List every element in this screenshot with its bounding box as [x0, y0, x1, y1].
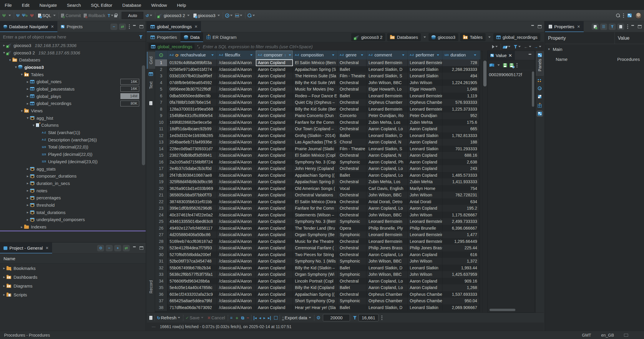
grid-cell[interactable]: Aaron Copland: [256, 178, 293, 185]
expand-button[interactable]: +: [114, 245, 121, 251]
value-content[interactable]: 0002890605172f: [488, 70, 535, 79]
property-row-name[interactable]: Name Procedures: [545, 54, 644, 64]
nav-forward-dropdown[interactable]: [539, 46, 541, 47]
grid-cell[interactable]: /classical/A/Aaron: [217, 106, 256, 113]
transaction-log-icon[interactable]: T: [108, 14, 110, 18]
grid-cell[interactable]: Aaron Copland: [256, 119, 293, 126]
grid-cell[interactable]: Aaron Copland: [408, 165, 442, 172]
project-item-diagrams[interactable]: ▸Diagrams: [0, 281, 146, 290]
cancel-button[interactable]: Cancel: [211, 315, 225, 320]
refresh-object-button[interactable]: [617, 24, 624, 30]
panels-button[interactable]: Panels: [536, 51, 544, 76]
grid-cell[interactable]: Leonard Bernstein: [366, 231, 408, 238]
grid-cell[interactable]: Orchestral: [338, 205, 366, 212]
grid-cell[interactable]: Orpheus Chamber: [408, 99, 442, 106]
grid-cell[interactable]: /classical/A/Aaron: [217, 185, 256, 192]
presentation-text-tab[interactable]: Text: [147, 78, 155, 93]
grid-cell[interactable]: John Wilson, BBC: [366, 212, 408, 218]
toolbar-overflow-icon[interactable]: [623, 13, 624, 18]
grid-cell[interactable]: Carl Davis, English: [366, 185, 408, 192]
close-icon[interactable]: ✕: [577, 24, 580, 29]
new-connection-dropdown[interactable]: [9, 15, 11, 16]
grid-cell[interactable]: 225.44: [442, 245, 479, 251]
grid-cell[interactable]: 2e4b37c5dabe2b3cf0d: [167, 165, 217, 172]
column-filter-icon[interactable]: [250, 54, 253, 56]
grid-cell[interactable]: El Salón México (Dora: [293, 198, 338, 205]
grid-cell[interactable]: Ceremonial Fanfare (: [293, 245, 338, 251]
grid-cell[interactable]: 1,993.44: [442, 265, 479, 271]
row-number[interactable]: 10: [155, 119, 167, 126]
menu-window[interactable]: Window: [151, 3, 167, 8]
grid-cell[interactable]: 576606f9d963428b6a: [167, 278, 217, 285]
grid-cell[interactable]: 701.293333: [442, 146, 479, 152]
grid-cell[interactable]: Aaron Copland, Lo: [366, 278, 408, 285]
grid-cell[interactable]: Aaron Copland: [256, 73, 293, 79]
grid-cell[interactable]: Leonard Bernstein: [366, 93, 408, 99]
grid-cell[interactable]: Leonard Bernstein: [366, 218, 408, 225]
tree-item-views[interactable]: ▾Views: [0, 107, 146, 114]
grid-cell[interactable]: /classical/A/Aaron: [217, 152, 256, 159]
grid-cell[interactable]: John Wilson: [408, 258, 442, 265]
grid-cell[interactable]: 387483035b631ef01bb: [167, 198, 217, 205]
row-number[interactable]: 34: [155, 278, 167, 285]
tab-project-general[interactable]: Project - General✕: [0, 243, 52, 253]
row-number[interactable]: 9: [155, 112, 167, 119]
column-header-genre[interactable]: A-Zgenre: [338, 51, 366, 59]
row-number[interactable]: 27: [155, 231, 167, 238]
grid-cell[interactable]: Leonard Slatkin, D: [366, 132, 408, 139]
close-icon[interactable]: ✕: [51, 24, 54, 29]
grid-cell[interactable]: Leonard Bernstein: [408, 218, 442, 225]
grid-cell[interactable]: /classical/A/Aaron: [217, 265, 256, 271]
grid-cell[interactable]: Aaron Copland: [256, 198, 293, 205]
tab-database-navigator[interactable]: Database Navigator✕: [0, 21, 57, 32]
column-filter-icon[interactable]: [289, 54, 291, 56]
fetch-all-icon[interactable]: ▸|: [268, 316, 271, 320]
edit-object-button[interactable]: [592, 24, 599, 30]
row-number[interactable]: 22: [155, 198, 167, 205]
grid-cell[interactable]: Ballet: [338, 93, 366, 99]
grid-cell[interactable]: Symphonic: [338, 271, 366, 278]
grid-cell[interactable]: Leonard Slatkin, S: [366, 146, 408, 152]
table-name-chip[interactable]: global_recordings: [149, 43, 195, 50]
grid-cell[interactable]: 3626a901bd1e033b969: [167, 185, 217, 192]
grid-cell[interactable]: 1,225.373333: [442, 106, 479, 113]
grid-cell[interactable]: Marilyn Horne: [408, 185, 442, 192]
tab-value[interactable]: Value✕: [488, 51, 515, 60]
grid-cell[interactable]: Leonard Bernstein: [366, 106, 408, 113]
menu-search[interactable]: Search: [67, 3, 81, 8]
commit-button[interactable]: Commit: [66, 13, 81, 18]
tree-item-agg-stats[interactable]: ▸agg_stats: [0, 165, 146, 173]
grid-cell[interactable]: /classical/A/Aaron: [217, 192, 256, 198]
filter-icon[interactable]: [139, 35, 143, 39]
tab-global-recordings[interactable]: global_recordings✕: [147, 21, 201, 32]
column-filter-icon[interactable]: [474, 54, 476, 56]
grid-cell[interactable]: Orchestral: [338, 86, 366, 93]
references-panel-icon[interactable]: [538, 104, 542, 108]
breadcrumb-item-global-recordings[interactable]: global_recordings: [493, 33, 540, 41]
grid-cell[interactable]: Music for the Theatre: [293, 238, 338, 245]
value-column-header[interactable]: Value: [615, 36, 630, 41]
active-database-select[interactable]: giocoso3: [198, 13, 215, 18]
grid-cell[interactable]: /classical/A/Aaron: [217, 146, 256, 152]
grid-cell[interactable]: /classical/A/Aaron: [217, 159, 256, 166]
grid-cell[interactable]: Organ Symphony (Wi: [293, 271, 338, 278]
grid-cell[interactable]: /classical/A/Aaron: [217, 119, 256, 126]
grid-cell[interactable]: 325f68d4f4b9b3d9cc98: [167, 178, 217, 185]
row-number[interactable]: 20: [155, 185, 167, 192]
grid-cell[interactable]: El Salón México (Copl: [293, 152, 338, 159]
result-log-icon[interactable]: [149, 316, 152, 320]
tree-item-columns[interactable]: ▾Columns: [0, 122, 146, 129]
grid-cell[interactable]: Aaron Copland, Lo: [366, 205, 408, 212]
commit-mode-select[interactable]: Auto: [122, 12, 143, 19]
grid-cell[interactable]: /classical/A/Aaron: [217, 258, 256, 265]
grid-scrollbar[interactable]: [482, 51, 487, 313]
grid-cell[interactable]: /classical/A/Aaron: [217, 132, 256, 139]
row-number[interactable]: 23: [155, 205, 167, 212]
grid-cell[interactable]: Aaron Copland: [256, 165, 293, 172]
grid-cell[interactable]: 1,175.826667: [442, 212, 479, 218]
grid-cell[interactable]: 2,638: [442, 159, 479, 166]
grid-cell[interactable]: /classical/A/Aaron: [217, 304, 256, 311]
grid-cell[interactable]: /classical/A/Aaron: [217, 165, 256, 172]
grid-cell[interactable]: /classical/A/Aaron: [217, 245, 256, 251]
tree-chevron-icon[interactable]: ▸: [19, 225, 24, 229]
